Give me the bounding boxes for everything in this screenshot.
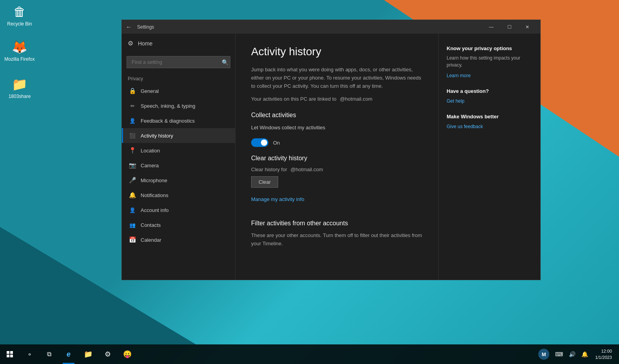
recycle-bin-label: Recycle Bin xyxy=(7,21,32,27)
taskbar-search-icon: ⚬ xyxy=(27,351,32,358)
linked-account-prefix: Your activities on this PC are linked to xyxy=(251,96,337,102)
folder-icon: 📁 xyxy=(12,76,27,92)
clear-history-label: Clear history for xyxy=(251,167,287,172)
notification-icon: 🔔 xyxy=(581,351,588,357)
taskbar-volume-icon[interactable]: 🔊 xyxy=(567,344,577,364)
taskbar-app-settings[interactable]: ⚙ xyxy=(98,344,118,364)
page-title: Activity history xyxy=(251,45,423,58)
feedback-label: Feedback & diagnostics xyxy=(141,118,195,124)
taskbar-avatar-item[interactable]: M xyxy=(536,344,551,364)
back-button[interactable]: ← xyxy=(126,24,132,31)
get-help-link[interactable]: Get help xyxy=(447,98,464,104)
collect-toggle-row: Let Windows collect my activities xyxy=(251,125,423,130)
search-input[interactable] xyxy=(127,56,230,68)
sidebar-item-calendar[interactable]: 📅 Calendar xyxy=(122,232,235,247)
camera-icon: 📷 xyxy=(129,162,136,169)
sidebar: ⚙ Home 🔍 Privacy 🔒 General ✏ Speech, ink… xyxy=(122,34,235,280)
taskbar-app-emoji[interactable]: 😛 xyxy=(118,344,137,364)
window-title: Settings xyxy=(137,24,154,30)
calendar-icon: 📅 xyxy=(129,236,136,243)
microphone-icon: 🎤 xyxy=(129,177,136,184)
contacts-label: Contacts xyxy=(141,222,161,228)
right-panel: Know your privacy options Learn how this… xyxy=(438,34,540,280)
search-button[interactable]: 🔍 xyxy=(222,59,228,65)
desktop-icon-firefox[interactable]: 🦊 Mozilla Firefox xyxy=(4,39,35,62)
location-icon: 📍 xyxy=(129,147,136,154)
speech-label: Speech, inking, & typing xyxy=(141,103,195,109)
taskbar-app-task-view[interactable]: ⧉ xyxy=(39,344,59,364)
account-info-icon: 👤 xyxy=(129,206,136,214)
desktop-icon-recycle-bin[interactable]: 🗑 Recycle Bin xyxy=(4,4,35,27)
sidebar-item-camera[interactable]: 📷 Camera xyxy=(122,158,235,173)
sidebar-item-activity-history[interactable]: ⬛ Activity history xyxy=(122,128,235,143)
minimize-button[interactable]: — xyxy=(482,20,500,34)
taskbar-network-icon[interactable]: ⌨ xyxy=(553,344,565,364)
linked-account-email: @hotmail.com xyxy=(340,96,372,102)
settings-app-icon: ⚙ xyxy=(105,350,111,359)
linked-account-text: Your activities on this PC are linked to… xyxy=(251,96,423,102)
search-box: 🔍 xyxy=(127,56,230,68)
emoji-icon: 😛 xyxy=(123,350,132,359)
clock-time: 12:00 xyxy=(595,348,612,355)
desktop: 🗑 Recycle Bin 🦊 Mozilla Firefox 📁 1803sh… xyxy=(0,0,619,364)
clear-button[interactable]: Clear xyxy=(251,176,278,188)
taskbar-search-button[interactable]: ⚬ xyxy=(20,344,39,364)
network-icon: ⌨ xyxy=(555,351,563,357)
calendar-label: Calendar xyxy=(141,237,161,243)
collect-toggle-state: On xyxy=(273,140,280,146)
activity-history-label: Activity history xyxy=(141,133,173,139)
taskbar-notification-icon[interactable]: 🔔 xyxy=(579,344,590,364)
taskbar-clock[interactable]: 12:00 1/1/2023 xyxy=(592,348,615,361)
filter-section-description: These are your other accounts. Turn them… xyxy=(251,232,423,248)
microphone-label: Microphone xyxy=(141,177,167,183)
desktop-icon-folder[interactable]: 📁 1803share xyxy=(4,76,35,99)
volume-icon: 🔊 xyxy=(569,351,576,357)
sidebar-item-notifications[interactable]: 🔔 Notifications xyxy=(122,188,235,203)
taskbar-apps: ⧉ e 📁 ⚙ 😛 xyxy=(39,344,137,364)
sidebar-item-account-info[interactable]: 👤 Account info xyxy=(122,203,235,217)
manage-activity-link[interactable]: Manage my activity info xyxy=(251,196,304,202)
collect-toggle-switch[interactable] xyxy=(251,138,268,147)
learn-more-link[interactable]: Learn more xyxy=(447,73,471,78)
sidebar-item-home[interactable]: ⚙ Home xyxy=(122,34,235,53)
filter-section-title: Filter activities from other accounts xyxy=(251,220,423,227)
speech-icon: ✏ xyxy=(129,102,136,109)
explorer-icon: 📁 xyxy=(84,350,92,359)
folder-label: 1803share xyxy=(9,94,31,99)
sidebar-item-location[interactable]: 📍 Location xyxy=(122,143,235,158)
have-question-title: Have a question? xyxy=(447,88,532,94)
edge-icon: e xyxy=(67,350,71,359)
recycle-bin-icon: 🗑 xyxy=(12,4,27,20)
privacy-options-text: Learn how this setting impacts your priv… xyxy=(447,54,532,69)
privacy-options-title: Know your privacy options xyxy=(447,45,532,51)
taskbar-app-edge[interactable]: e xyxy=(59,344,78,364)
clock-date: 1/1/2023 xyxy=(595,354,612,361)
feedback-icon: 👤 xyxy=(129,117,136,124)
activity-history-icon: ⬛ xyxy=(129,132,136,139)
collect-section-title: Collect activities xyxy=(251,112,423,119)
main-content: Activity history Jump back into what you… xyxy=(235,34,438,280)
close-button[interactable]: ✕ xyxy=(518,20,536,34)
notifications-label: Notifications xyxy=(141,192,168,198)
taskbar-app-explorer[interactable]: 📁 xyxy=(78,344,98,364)
collect-toggle-label: Let Windows collect my activities xyxy=(251,125,325,130)
start-button[interactable] xyxy=(0,344,20,364)
general-icon: 🔒 xyxy=(129,87,136,94)
contacts-icon: 👥 xyxy=(129,221,136,228)
taskbar: ⚬ ⧉ e 📁 ⚙ 😛 M xyxy=(0,344,619,364)
sidebar-item-general[interactable]: 🔒 General xyxy=(122,83,235,98)
avatar-letter: M xyxy=(542,351,546,357)
clear-history-email: @hotmail.com xyxy=(290,167,323,172)
home-label: Home xyxy=(138,40,152,47)
maximize-button[interactable]: ☐ xyxy=(500,20,518,34)
sidebar-item-feedback[interactable]: 👤 Feedback & diagnostics xyxy=(122,113,235,128)
sidebar-item-speech[interactable]: ✏ Speech, inking, & typing xyxy=(122,98,235,113)
sidebar-item-contacts[interactable]: 👥 Contacts xyxy=(122,217,235,232)
clear-history-for: Clear history for @hotmail.com xyxy=(251,167,423,172)
location-label: Location xyxy=(141,148,160,154)
sidebar-item-microphone[interactable]: 🎤 Microphone xyxy=(122,173,235,188)
settings-window: ← Settings — ☐ ✕ ⚙ Home 🔍 Privacy xyxy=(121,20,541,280)
give-feedback-link[interactable]: Give us feedback xyxy=(447,124,483,129)
account-info-label: Account info xyxy=(141,207,169,213)
home-icon: ⚙ xyxy=(128,40,133,47)
